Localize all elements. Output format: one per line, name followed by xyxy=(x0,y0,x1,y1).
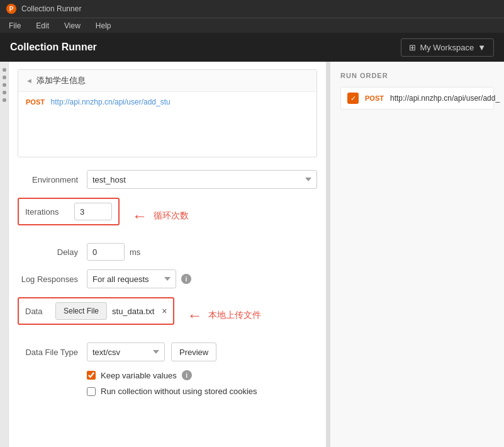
iterations-input[interactable] xyxy=(74,203,112,220)
settings-section: Environment test_host dev_host prod_host… xyxy=(9,165,326,411)
workspace-button[interactable]: ⊞ My Workspace ▼ xyxy=(401,38,494,57)
data-annotation-text: 本地上传文件 xyxy=(208,310,261,321)
keep-variables-checkbox[interactable] xyxy=(87,371,96,380)
environment-label: Environment xyxy=(18,175,87,184)
data-wrapper: Data Select File stu_data.txt × xyxy=(18,297,174,325)
chevron-down-icon: ▼ xyxy=(478,43,486,52)
keep-variables-row: Keep variable values i xyxy=(18,370,317,380)
ms-label: ms xyxy=(130,247,140,257)
run-without-cookies-label: Run collection without using stored cook… xyxy=(101,387,257,396)
data-arrow-icon: ← xyxy=(187,307,202,324)
collection-section: ◄ 添加学生信息 POST http://api.nnzhp.cn/api/us… xyxy=(18,69,317,157)
file-type-wrapper: text/csv application/json Preview xyxy=(87,342,216,361)
data-label: Data xyxy=(25,307,50,316)
menu-view[interactable]: View xyxy=(62,20,83,31)
run-post-badge: POST xyxy=(365,94,384,102)
menu-edit[interactable]: Edit xyxy=(33,20,52,31)
log-responses-label: Log Responses xyxy=(18,274,87,284)
grid-icon: ⊞ xyxy=(409,43,416,52)
app-header-title: Collection Runner xyxy=(10,42,97,53)
delay-input[interactable] xyxy=(87,243,125,261)
run-order-item: ✓ POST http://api.nnzhp.cn/api/user/add_ xyxy=(340,87,494,110)
title-bar-text: Collection Runner xyxy=(21,4,81,13)
app-icon: P xyxy=(6,4,16,14)
data-file-type-label: Data File Type xyxy=(18,348,87,357)
iterations-label: Iterations xyxy=(25,207,69,217)
workspace-label: My Workspace xyxy=(420,43,474,52)
data-row-container: Data Select File stu_data.txt × ← 本地上传文件 xyxy=(18,297,317,334)
left-sidebar xyxy=(0,62,9,447)
title-bar: P Collection Runner xyxy=(0,0,504,18)
iterations-arrow-icon: ← xyxy=(132,207,147,225)
menu-file[interactable]: File xyxy=(6,20,23,31)
environment-row: Environment test_host dev_host prod_host xyxy=(18,170,317,189)
iterations-wrapper: Iterations xyxy=(18,198,120,225)
run-without-cookies-row: Run collection without using stored cook… xyxy=(18,387,317,396)
main-layout: ◄ 添加学生信息 POST http://api.nnzhp.cn/api/us… xyxy=(0,62,504,447)
delay-label: Delay xyxy=(18,247,87,257)
iterations-row-container: Iterations ← 循环次数 xyxy=(18,198,317,234)
collection-header: ◄ 添加学生信息 xyxy=(18,70,316,92)
app-header: Collection Runner ⊞ My Workspace ▼ xyxy=(0,33,504,62)
collapse-arrow-icon[interactable]: ◄ xyxy=(26,77,33,84)
sidebar-dot-2 xyxy=(3,76,6,79)
right-panel: RUN ORDER ✓ POST http://api.nnzhp.cn/api… xyxy=(330,62,504,447)
left-panel: ◄ 添加学生信息 POST http://api.nnzhp.cn/api/us… xyxy=(9,62,327,447)
collection-name: 添加学生信息 xyxy=(36,75,86,86)
run-order-checkbox[interactable]: ✓ xyxy=(347,93,359,104)
sidebar-dot-1 xyxy=(3,68,6,72)
data-annotation: ← 本地上传文件 xyxy=(187,307,261,324)
run-url: http://api.nnzhp.cn/api/user/add_ xyxy=(390,94,500,103)
delay-row: Delay ms xyxy=(18,243,317,261)
post-method-badge: POST xyxy=(26,98,45,106)
menu-help[interactable]: Help xyxy=(93,20,114,31)
file-name: stu_data.txt xyxy=(112,307,154,316)
sidebar-dot-3 xyxy=(3,83,6,87)
run-order-title: RUN ORDER xyxy=(340,72,494,79)
collection-endpoint: POST http://api.nnzhp.cn/api/user/add_st… xyxy=(18,92,316,111)
menu-bar: File Edit View Help xyxy=(0,18,504,33)
iterations-annotation-text: 循环次数 xyxy=(154,210,189,222)
file-close-icon[interactable]: × xyxy=(162,306,167,316)
select-file-button[interactable]: Select File xyxy=(55,302,107,320)
file-type-select[interactable]: text/csv application/json xyxy=(87,342,165,361)
iterations-annotation: ← 循环次数 xyxy=(132,207,189,225)
log-info-icon[interactable]: i xyxy=(181,274,191,284)
sidebar-dot-4 xyxy=(3,91,6,94)
log-select-wrapper: For all requests For failed requests Non… xyxy=(87,269,191,288)
sidebar-dot-5 xyxy=(3,98,6,102)
run-without-cookies-checkbox[interactable] xyxy=(87,387,96,396)
keep-variables-info-icon[interactable]: i xyxy=(182,370,192,380)
endpoint-url: http://api.nnzhp.cn/api/user/add_stu xyxy=(51,98,171,106)
log-responses-select[interactable]: For all requests For failed requests Non… xyxy=(87,269,176,288)
environment-select[interactable]: test_host dev_host prod_host xyxy=(87,170,317,189)
keep-variables-label: Keep variable values xyxy=(101,371,177,380)
data-file-type-row: Data File Type text/csv application/json… xyxy=(18,342,317,361)
preview-button[interactable]: Preview xyxy=(171,342,216,361)
log-responses-row: Log Responses For all requests For faile… xyxy=(18,269,317,288)
